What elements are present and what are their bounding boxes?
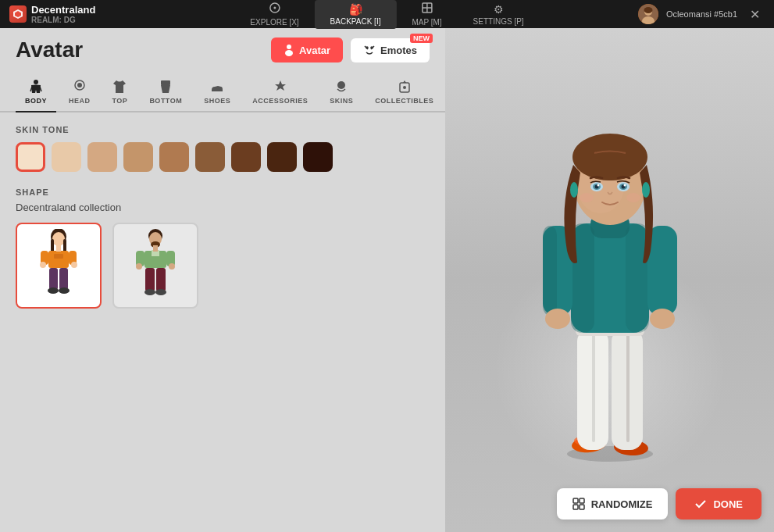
svg-point-89 — [642, 182, 650, 198]
svg-rect-29 — [48, 251, 69, 268]
brand-logo: Decentraland REALM: DG — [9, 4, 95, 24]
bottom-buttons: RANDOMIZE DONE — [557, 488, 762, 520]
svg-point-85 — [623, 184, 626, 187]
cat-tab-head[interactable]: HEAD — [59, 74, 100, 112]
svg-point-26 — [52, 232, 65, 246]
tab-avatar[interactable]: Avatar — [271, 37, 343, 62]
skin-swatch-5[interactable] — [195, 142, 225, 172]
svg-point-52 — [169, 263, 175, 270]
tab-avatar-label: Avatar — [299, 45, 330, 56]
shape-card-female[interactable] — [16, 223, 102, 309]
svg-point-72 — [650, 309, 675, 329]
svg-point-49 — [144, 289, 155, 295]
skin-swatch-8[interactable] — [303, 142, 333, 172]
skin-swatch-2[interactable] — [87, 142, 117, 172]
svg-point-21 — [337, 81, 345, 89]
svg-rect-92 — [573, 505, 578, 509]
collection-title: Decentraland collection — [16, 202, 430, 213]
svg-rect-47 — [145, 268, 155, 291]
svg-rect-93 — [580, 505, 584, 509]
avatar-preview — [508, 95, 712, 470]
skin-swatch-1[interactable] — [52, 142, 81, 172]
map-label: MAP [M] — [412, 18, 441, 27]
svg-rect-53 — [153, 245, 158, 252]
svg-point-10 — [644, 7, 652, 13]
brand-icon — [9, 5, 27, 23]
svg-point-19 — [77, 83, 82, 87]
skin-tone-label: SKIN TONE — [16, 125, 430, 134]
backpack-icon: 🎒 — [349, 3, 362, 16]
cat-bottom-label: BOTTOM — [149, 97, 182, 105]
svg-point-38 — [71, 262, 77, 268]
svg-line-16 — [30, 87, 32, 91]
svg-rect-62 — [626, 329, 630, 442]
panel-content: SKIN TONE SHAPE Decentraland collection — [0, 112, 445, 532]
skin-swatch-4[interactable] — [159, 142, 189, 172]
cat-tab-shoes[interactable]: SHOES — [194, 74, 240, 112]
top-nav: Decentraland REALM: DG EXPLORE [X] 🎒 BAC… — [0, 0, 774, 28]
done-button[interactable]: DONE — [676, 488, 762, 520]
svg-point-84 — [597, 184, 599, 187]
svg-rect-39 — [56, 245, 61, 252]
done-label: DONE — [713, 498, 743, 510]
cat-tab-skins[interactable]: SKINS — [320, 74, 362, 112]
category-tabs: BODY HEAD TOP — [0, 72, 445, 112]
user-name: Ocleomansi #5cb1 — [666, 9, 737, 19]
svg-point-70 — [545, 309, 570, 329]
brand-name: Decentraland — [31, 4, 95, 16]
cat-tab-top[interactable]: TOP — [103, 74, 137, 112]
svg-rect-71 — [647, 226, 677, 316]
cat-head-label: HEAD — [69, 97, 91, 105]
avatar — [638, 4, 658, 24]
nav-right: Ocleomansi #5cb1 ✕ — [638, 4, 765, 24]
nav-map[interactable]: MAP [M] — [396, 0, 457, 30]
settings-label: SETTINGS [P] — [473, 17, 524, 26]
svg-point-87 — [626, 193, 640, 202]
shape-card-male[interactable] — [112, 223, 198, 309]
svg-rect-34 — [59, 268, 68, 290]
cat-tab-accessories[interactable]: ACCESSORIES — [243, 74, 317, 112]
svg-point-12 — [285, 50, 293, 56]
svg-point-88 — [570, 182, 578, 198]
cat-tab-collectibles[interactable]: COLLECTIBLES — [366, 74, 443, 112]
skin-swatch-6[interactable] — [231, 142, 261, 172]
cat-body-label: BODY — [25, 97, 47, 105]
svg-point-37 — [40, 262, 46, 268]
skin-swatch-7[interactable] — [267, 142, 297, 172]
svg-rect-33 — [49, 268, 58, 290]
tab-bar: Avatar Avatar Emotes NEW — [0, 28, 445, 72]
content-area: Avatar Avatar Emotes NEW — [0, 28, 774, 532]
svg-point-3 — [273, 7, 276, 9]
cat-skins-label: SKINS — [330, 97, 353, 105]
svg-rect-69 — [543, 226, 557, 316]
close-button[interactable]: ✕ — [745, 5, 765, 23]
svg-rect-91 — [580, 498, 584, 503]
svg-point-86 — [580, 193, 594, 202]
settings-icon: ⚙ — [494, 3, 504, 16]
nav-explore[interactable]: EXPLORE [X] — [234, 0, 314, 30]
shape-label: SHAPE — [16, 187, 430, 197]
svg-point-13 — [366, 47, 368, 48]
randomize-label: RANDOMIZE — [591, 498, 653, 510]
svg-point-11 — [287, 45, 291, 49]
nav-settings[interactable]: ⚙ SETTINGS [P] — [458, 0, 540, 29]
svg-line-17 — [40, 87, 41, 91]
cat-top-label: TOP — [112, 97, 128, 105]
svg-point-50 — [155, 289, 166, 295]
skin-swatch-0[interactable] — [16, 142, 45, 172]
skin-swatch-3[interactable] — [123, 142, 153, 172]
svg-point-36 — [59, 287, 70, 294]
svg-point-51 — [136, 263, 142, 270]
tab-emotes[interactable]: Emotes NEW — [351, 38, 430, 62]
explore-icon — [268, 2, 280, 16]
randomize-button[interactable]: RANDOMIZE — [557, 488, 669, 520]
cat-tab-bottom[interactable]: BOTTOM — [140, 74, 191, 112]
cat-accessories-label: ACCESSORIES — [252, 97, 308, 105]
svg-rect-90 — [573, 498, 578, 503]
backpack-label: BACKPACK [I] — [330, 17, 381, 26]
cat-collectibles-label: COLLECTIBLES — [375, 97, 433, 105]
svg-point-14 — [371, 47, 373, 48]
svg-rect-48 — [156, 268, 166, 291]
cat-tab-body[interactable]: BODY — [16, 74, 56, 112]
nav-backpack[interactable]: 🎒 BACKPACK [I] — [315, 0, 397, 29]
